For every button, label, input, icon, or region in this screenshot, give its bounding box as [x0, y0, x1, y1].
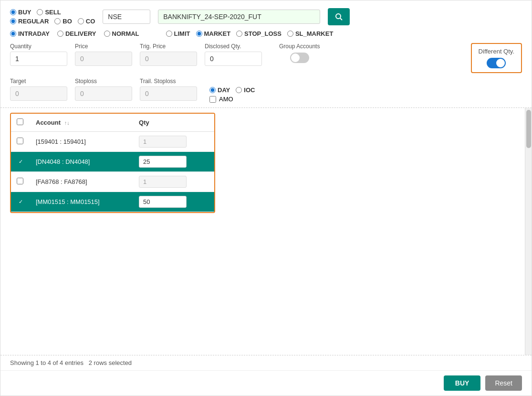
stop-loss-radio-label[interactable]: STOP_LOSS	[236, 30, 282, 37]
market-radio[interactable]	[196, 31, 202, 37]
limit-radio-label[interactable]: LIMIT	[166, 30, 190, 37]
normal-radio-label[interactable]: NORMAL	[104, 30, 139, 37]
table-area: Account ↑↓ Qty [159401 : 1594	[0, 108, 532, 355]
intraday-radio-label[interactable]: INTRADAY	[10, 30, 50, 37]
target-label: Target	[10, 78, 67, 85]
trig-price-label: Trig. Price	[140, 43, 197, 50]
selected-text: 2 rows selected	[89, 359, 132, 366]
bo-label: BO	[63, 18, 72, 25]
table-container: Account ↑↓ Qty [159401 : 1594	[10, 113, 215, 213]
quantity-field-group: Quantity	[10, 43, 67, 66]
table-row: ✓ [MM01515 : MM01515]	[11, 192, 214, 212]
header-checkbox-cell	[11, 114, 30, 132]
row3-account: [FA8768 : FA8768]	[30, 172, 133, 192]
quantity-input[interactable]	[10, 52, 67, 66]
stoploss-input[interactable]	[75, 86, 132, 101]
account-header[interactable]: Account ↑↓	[30, 114, 133, 132]
bo-radio[interactable]	[54, 18, 61, 24]
search-button[interactable]	[328, 8, 350, 25]
different-qty-toggle[interactable]	[487, 58, 506, 68]
sl-market-radio-label[interactable]: SL_MARKET	[287, 30, 333, 37]
showing-text: Showing 1 to 4 of 4 entries	[10, 359, 83, 366]
account-header-label: Account	[36, 119, 61, 126]
price-input[interactable]	[75, 52, 132, 66]
trig-price-input[interactable]	[140, 52, 197, 66]
row4-qty-input[interactable]	[139, 196, 187, 208]
buy-button[interactable]: BUY	[444, 375, 481, 391]
ioc-radio[interactable]	[236, 87, 242, 93]
different-qty-box: Different Qty.	[471, 43, 522, 73]
stop-loss-radio[interactable]	[236, 31, 242, 37]
co-radio-label[interactable]: CO	[78, 18, 95, 25]
day-radio[interactable]	[209, 87, 216, 93]
sell-radio[interactable]	[37, 9, 43, 15]
co-radio[interactable]	[78, 18, 84, 24]
table-header-row: Account ↑↓ Qty	[11, 114, 214, 132]
limit-label: LIMIT	[174, 30, 190, 37]
sell-radio-label[interactable]: SELL	[37, 9, 61, 16]
target-input[interactable]	[10, 86, 67, 101]
qty-header: Qty	[133, 114, 214, 132]
group-accounts-toggle[interactable]	[290, 53, 309, 63]
row1-qty-input[interactable]	[139, 136, 187, 148]
day-label: DAY	[218, 86, 230, 94]
row1: BUY SELL REGULAR BO	[10, 8, 522, 25]
buy-radio-label[interactable]: BUY	[10, 9, 31, 16]
delivery-radio-label[interactable]: DELIVERY	[57, 30, 96, 37]
row2-qty-input[interactable]	[139, 156, 187, 168]
price-field-group: Price	[75, 43, 132, 66]
intraday-radio[interactable]	[10, 31, 16, 37]
stoploss-field-group: Stoploss	[75, 78, 132, 101]
table-row: [FA8768 : FA8768]	[11, 172, 214, 192]
top-panel: BUY SELL REGULAR BO	[0, 0, 532, 108]
select-all-checkbox[interactable]	[17, 118, 23, 125]
regular-radio[interactable]	[10, 18, 16, 24]
regular-bo-co-line: REGULAR BO CO	[10, 18, 95, 25]
scrollbar[interactable]	[525, 108, 532, 355]
row1-account: [159401 : 159401]	[30, 132, 133, 152]
market-radio-label[interactable]: MARKET	[196, 30, 231, 37]
svg-point-0	[336, 14, 341, 19]
table-row: [159401 : 159401]	[11, 132, 214, 152]
group-accounts-label: Group Accounts	[279, 43, 320, 50]
buy-radio[interactable]	[10, 9, 16, 15]
status-bar: Showing 1 to 4 of 4 entries 2 rows selec…	[0, 355, 532, 370]
quantity-label: Quantity	[10, 43, 67, 50]
table-row: ✓ [DN4048 : DN4048]	[11, 152, 214, 172]
sell-label: SELL	[45, 9, 61, 16]
bottom-bar: BUY Reset	[0, 370, 532, 396]
market-label: MARKET	[204, 30, 231, 37]
different-qty-label: Different Qty.	[479, 48, 514, 55]
exchange-input[interactable]	[103, 10, 150, 24]
delivery-radio[interactable]	[57, 31, 63, 37]
trail-stoploss-label: Trail. Stoploss	[140, 78, 197, 85]
target-field-group: Target	[10, 78, 67, 101]
trig-price-field-group: Trig. Price	[140, 43, 197, 66]
row2-checkbox-checked[interactable]: ✓	[17, 158, 24, 166]
co-label: CO	[86, 18, 95, 25]
row3-qty-input[interactable]	[139, 176, 187, 188]
trail-stoploss-input[interactable]	[140, 86, 197, 101]
scrollbar-thumb[interactable]	[526, 110, 531, 148]
trail-stoploss-field-group: Trail. Stoploss	[140, 78, 197, 101]
normal-radio[interactable]	[104, 31, 110, 37]
stop-loss-label: STOP_LOSS	[244, 30, 282, 37]
buy-sell-line: BUY SELL	[10, 9, 95, 16]
sl-market-radio[interactable]	[287, 31, 293, 37]
limit-radio[interactable]	[166, 31, 172, 37]
row4: Target Stoploss Trail. Stoploss DAY	[10, 78, 522, 103]
row4-checkbox-checked[interactable]: ✓	[17, 198, 24, 206]
reset-button[interactable]: Reset	[485, 375, 522, 391]
disclosed-qty-input[interactable]	[205, 52, 262, 66]
delivery-label: DELIVERY	[65, 30, 96, 37]
ioc-radio-label[interactable]: IOC	[236, 86, 255, 94]
row1-checkbox[interactable]	[17, 138, 23, 144]
symbol-input[interactable]	[158, 10, 320, 24]
row4-account: [MM01515 : MM01515]	[30, 192, 133, 212]
day-radio-label[interactable]: DAY	[209, 86, 230, 94]
regular-radio-label[interactable]: REGULAR	[10, 18, 49, 25]
bo-radio-label[interactable]: BO	[54, 18, 72, 25]
row2-account: [DN4048 : DN4048]	[30, 152, 133, 172]
amo-checkbox[interactable]	[209, 96, 216, 103]
row3-checkbox[interactable]	[17, 178, 23, 184]
